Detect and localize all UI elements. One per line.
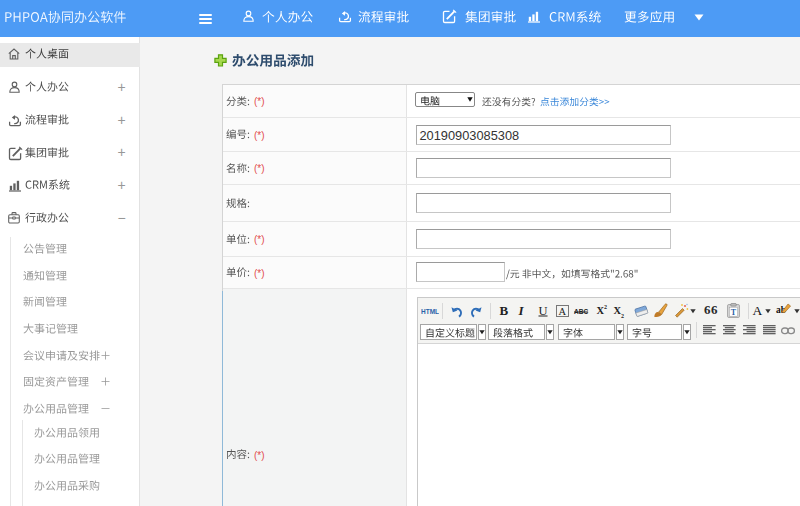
svg-text:T: T bbox=[731, 308, 737, 317]
svg-text:HTML: HTML bbox=[421, 308, 439, 315]
